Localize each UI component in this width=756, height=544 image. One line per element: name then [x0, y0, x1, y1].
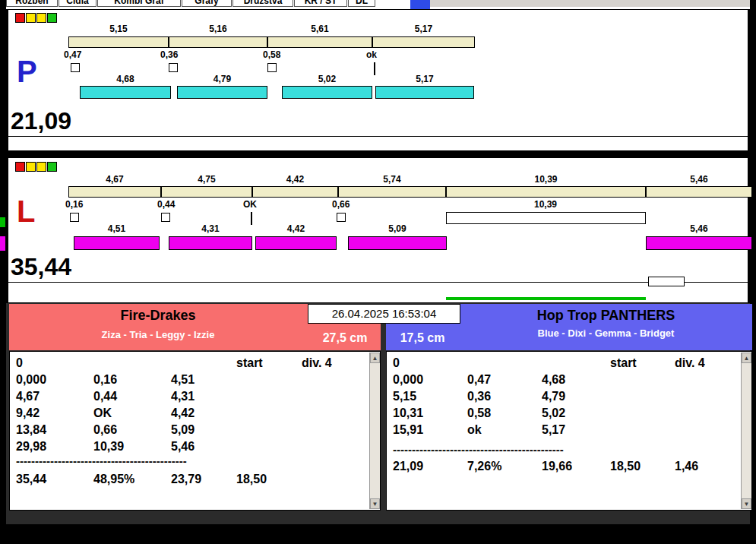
marker-box [337, 213, 346, 222]
long-split-bar [446, 212, 646, 224]
run-time-label: 5,09 [348, 223, 447, 234]
tab-druzstva[interactable]: Druzstva [232, 0, 293, 7]
team-left-members: Ziza - Tria - Leggy - Izzie [21, 329, 295, 340]
team-right-name: Hop Trop PANTHERS [460, 308, 752, 324]
scroll-up-icon[interactable]: ▲ [742, 353, 751, 363]
marker-box [267, 63, 277, 72]
table-cell: 0,16 [93, 373, 117, 387]
table-cell: ok [467, 423, 482, 437]
split-time-label: 5,17 [372, 24, 475, 34]
table-cell: 5,02 [542, 406, 565, 420]
table-cell: 0 [16, 356, 23, 370]
tab-bar: Rozbeh Cidla Kombi Graf Grafy Druzstva K… [6, 0, 750, 9]
table-separator: ----------------------------------------… [393, 443, 564, 456]
titlebar-fragment [430, 0, 750, 7]
run-time-label: 4,79 [177, 74, 267, 84]
team-left-jump-height: 27,5 cm [309, 331, 381, 345]
split-bar-segment [338, 186, 446, 198]
table-cell: 15,91 [393, 423, 423, 437]
table-cell: 5,15 [393, 390, 416, 403]
run-bar-segment [169, 236, 252, 250]
table-cell: 5,17 [542, 423, 565, 437]
crossing-time-label: 0,58 [263, 49, 280, 60]
tab-dl[interactable]: DL [348, 0, 375, 7]
table-cell: 4,51 [171, 373, 195, 387]
table-cell: 4,67 [16, 390, 40, 403]
split-time-label: 10,39 [446, 174, 646, 185]
run-bar-segment [282, 86, 372, 99]
split-time-label: 5,74 [338, 174, 446, 185]
table-cell: 4,42 [171, 406, 195, 420]
marker-box [70, 213, 79, 222]
split-bar-segment [267, 36, 372, 48]
split-time-label: 4,75 [161, 174, 252, 185]
split-time-label: 5,16 [169, 24, 267, 34]
small-indicator-box [648, 277, 685, 286]
run-time-label: 4,68 [80, 74, 171, 84]
status-light-red-l [15, 162, 25, 172]
run-time-label: 5,46 [646, 223, 752, 234]
table-separator: ----------------------------------------… [16, 454, 187, 467]
scroll-down-icon[interactable]: ▼ [370, 498, 380, 509]
status-light-yellow2-l [36, 162, 46, 172]
table-cell: 4,79 [542, 390, 565, 403]
tab-cidla[interactable]: Cidla [59, 0, 96, 7]
team-right-jump-height: 17,5 cm [389, 331, 456, 345]
crossing-time-label: ok [366, 49, 377, 60]
run-bar-segment [177, 86, 267, 99]
status-light-yellow1-l [26, 162, 36, 172]
green-progress-line [446, 297, 646, 300]
marker-box [71, 63, 80, 72]
split-bar-segment [252, 186, 338, 198]
crossing-time-label: 0,36 [160, 49, 178, 60]
split-bar-segment [372, 36, 475, 48]
tab-grafy[interactable]: Grafy [182, 0, 232, 7]
tab-rozbeh[interactable]: Rozbeh [6, 0, 58, 7]
table-cell: 10,31 [393, 406, 423, 420]
scroll-down-icon[interactable]: ▼ [742, 498, 751, 509]
table-cell: 4,31 [171, 390, 195, 403]
split-time-label: 5,61 [267, 24, 372, 34]
table-cell: 0,58 [467, 406, 491, 420]
status-light-red-p [15, 13, 25, 23]
run-bar-segment [375, 86, 474, 99]
lane-l-letter: L [17, 196, 35, 226]
table-cell: 7,26% [467, 460, 501, 473]
run-time-label: 4,51 [74, 223, 160, 234]
table-cell: 5,09 [171, 423, 195, 437]
crossing-time-label: 0,16 [65, 199, 83, 210]
split-bar-segment [646, 186, 752, 198]
lane-l-total: 35,44 [11, 255, 71, 279]
run-bar-segment [74, 236, 160, 250]
split-bar-segment [169, 36, 267, 48]
status-light-green-l [47, 162, 57, 172]
app-window: Rozbeh Cidla Kombi Graf Grafy Druzstva K… [0, 0, 756, 544]
split-time-label: 5,46 [646, 174, 752, 185]
table-cell: 0 [393, 356, 400, 370]
status-light-yellow2-p [36, 13, 46, 23]
crossing-time-label: 10,39 [508, 199, 584, 210]
table-cell: 0,000 [16, 373, 46, 387]
table-cell: 0,000 [393, 373, 423, 387]
status-light-green-p [47, 13, 57, 23]
scroll-up-icon[interactable]: ▲ [370, 353, 380, 363]
split-time-label: 4,42 [252, 174, 338, 185]
tab-kr-st[interactable]: KR / ST [294, 0, 347, 7]
timestamp: 26.04.2025 16:53:04 [308, 304, 460, 324]
team-right-scrollbar[interactable]: ▲ ▼ [741, 353, 751, 509]
run-bar-segment [80, 86, 171, 99]
run-time-label: 4,42 [255, 223, 337, 234]
table-cell: start [236, 356, 263, 370]
tab-kombi-graf[interactable]: Kombi Graf [97, 0, 181, 7]
team-left-scrollbar[interactable]: ▲ ▼ [369, 353, 380, 509]
table-cell: 35,44 [16, 473, 46, 486]
table-cell: start [610, 356, 637, 370]
split-bar-segment [68, 36, 169, 48]
crossing-time-label: OK [243, 199, 257, 210]
divider-line [8, 136, 748, 137]
split-time-label: 5,15 [68, 24, 169, 34]
table-cell: 5,46 [171, 440, 195, 454]
table-cell: 0,66 [93, 423, 117, 437]
split-bar-segment [161, 186, 252, 198]
table-cell: 0,47 [467, 373, 491, 387]
